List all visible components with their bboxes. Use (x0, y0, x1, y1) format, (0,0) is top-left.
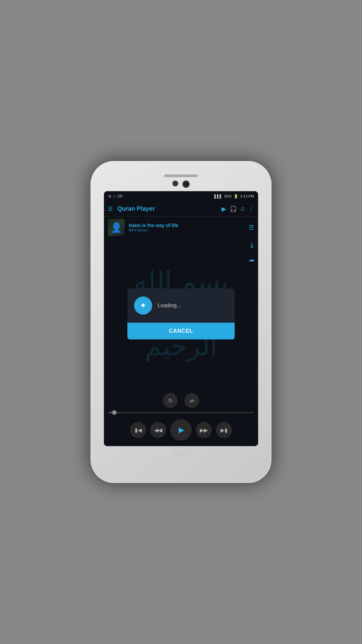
rewind-icon: ◀◀ (154, 427, 162, 433)
phone-frame: ◔ □ 28° ▌▌▌ 50% 🔋 9:13 PM ☰ Quran Player… (90, 161, 272, 483)
app-bar: ☰ Quran Player ▶ 🎧 ♫ ⋮ (104, 201, 258, 217)
rewind-button[interactable]: ◀◀ (150, 422, 166, 438)
skip-to-start-button[interactable]: ▮◀ (130, 422, 146, 438)
battery-percent: 50% (224, 194, 232, 198)
now-playing-bar: 👤 Islam is the way of life MP3 Quran ☰ (104, 217, 258, 238)
progress-thumb[interactable] (112, 410, 117, 415)
play-icon-appbar[interactable]: ▶ (222, 205, 226, 213)
track-title: Islam is the way of life (129, 223, 245, 228)
loading-spinner: ✦ (134, 297, 152, 315)
more-options-icon[interactable]: ⋮ (248, 205, 254, 213)
battery-icon: 🔋 (234, 194, 238, 199)
fast-forward-button[interactable]: ▶▶ (196, 422, 212, 438)
track-menu-icon[interactable]: ☰ (249, 224, 254, 231)
person-icon: 👤 (111, 222, 122, 233)
fast-forward-icon: ▶▶ (200, 427, 208, 433)
phone-camera-front (172, 180, 178, 186)
skip-to-end-button[interactable]: ▶▮ (216, 422, 232, 438)
phone-camera-area (172, 180, 190, 188)
screen: ◔ □ 28° ▌▌▌ 50% 🔋 9:13 PM ☰ Quran Player… (104, 191, 258, 446)
content-area: بسم اللهالرحمن الرحيم ⇓ ➦ ✦ Loading... C… (104, 238, 258, 390)
app-title: Quran Player (117, 205, 218, 212)
status-right: ▌▌▌ 50% 🔋 9:13 PM (215, 194, 254, 199)
phone-camera-lens (182, 180, 190, 188)
play-pause-button[interactable]: ▶ (170, 419, 192, 441)
user-music-icon[interactable]: 🎧 (230, 205, 237, 213)
repeat-shuffle-row: ↻ ⇄ (104, 390, 258, 411)
skip-start-icon: ▮◀ (135, 427, 142, 433)
status-bar: ◔ □ 28° ▌▌▌ 50% 🔋 9:13 PM (104, 191, 258, 201)
wifi-icon: ◔ (108, 194, 111, 199)
status-left: ◔ □ 28° (108, 194, 123, 199)
shuffle-button[interactable]: ⇄ (184, 393, 199, 408)
playback-controls: ▮◀ ◀◀ ▶ ▶▶ ▶▮ (104, 417, 258, 446)
track-subtitle: MP3 Quran (129, 228, 245, 232)
spinner-icon: ✦ (140, 301, 146, 310)
cancel-button[interactable]: CANCEL (127, 323, 235, 339)
home-button[interactable] (171, 450, 191, 456)
music-note-icon[interactable]: ♫ (240, 205, 245, 212)
temperature-text: 28° (118, 194, 123, 198)
skip-end-icon: ▶▮ (221, 427, 228, 433)
play-pause-icon: ▶ (179, 426, 184, 434)
shuffle-icon: ⇄ (190, 397, 194, 404)
phone-speaker (164, 174, 198, 177)
loading-dialog: ✦ Loading... CANCEL (127, 288, 235, 339)
dialog-body: ✦ Loading... (127, 288, 235, 323)
dialog-overlay: ✦ Loading... CANCEL (104, 238, 258, 390)
loading-text: Loading... (158, 303, 181, 309)
image-icon: □ (113, 194, 116, 198)
repeat-button[interactable]: ↻ (163, 393, 178, 408)
progress-bar[interactable] (109, 412, 253, 413)
signal-icon: ▌▌▌ (215, 194, 222, 198)
album-art: 👤 (108, 219, 125, 236)
hamburger-icon[interactable]: ☰ (108, 206, 113, 212)
track-info: Islam is the way of life MP3 Quran (129, 223, 245, 232)
player-area: ↻ ⇄ ▮◀ ◀◀ ▶ (104, 390, 258, 446)
progress-bar-container[interactable] (104, 411, 258, 417)
time-display: 9:13 PM (240, 194, 254, 198)
album-art-image: 👤 (108, 219, 125, 236)
repeat-icon: ↻ (168, 397, 173, 404)
